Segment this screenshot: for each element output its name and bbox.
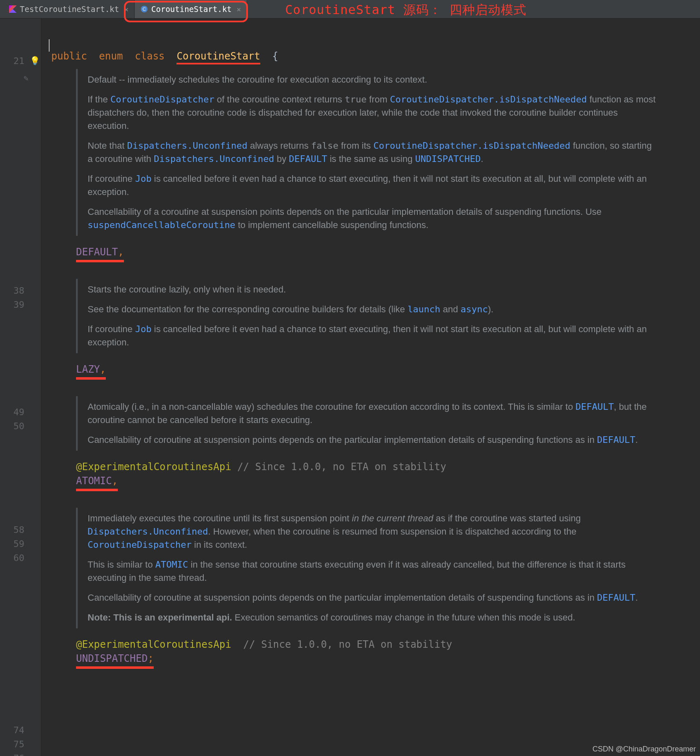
line-number: 39 bbox=[14, 300, 25, 310]
editor-tabbar: TestCoroutineStart.kt × C CoroutineStart… bbox=[0, 0, 700, 19]
enum-atomic: ATOMIC, bbox=[76, 474, 700, 491]
doc-undispatched: Immediately executes the coroutine until… bbox=[76, 508, 670, 628]
line-number: 76 bbox=[14, 753, 25, 756]
intention-bulb-icon[interactable]: 💡 bbox=[30, 56, 40, 66]
ide-window: TestCoroutineStart.kt × C CoroutineStart… bbox=[0, 0, 700, 756]
line-number: 21 bbox=[14, 56, 25, 66]
tab-label: CoroutineStart.kt bbox=[151, 5, 231, 14]
gutter[interactable]: 21 ⊟ 💡 ✎ 38 39 49 50 58 59 60 74 75 76 bbox=[0, 19, 41, 756]
line-number: 49 bbox=[14, 407, 25, 417]
watermark: CSDN @ChinaDragonDreamer bbox=[593, 745, 696, 754]
kotlin-file-icon bbox=[9, 5, 17, 13]
close-icon[interactable]: × bbox=[237, 5, 241, 14]
annotation-line-2: @ExperimentalCoroutinesApi // Since 1.0.… bbox=[76, 637, 700, 651]
svg-text:C: C bbox=[143, 7, 146, 12]
enum-decl-line: public enum class CoroutineStart { bbox=[51, 49, 700, 63]
class-name: CoroutineStart bbox=[176, 50, 260, 64]
tab-coroutine-start[interactable]: C CoroutineStart.kt × bbox=[135, 0, 247, 18]
doc-atomic: Atomically (i.e., in a non-cancellable w… bbox=[76, 396, 670, 451]
tab-label: TestCoroutineStart.kt bbox=[20, 5, 119, 14]
annotation-title: CoroutineStart 源码： 四种启动模式 bbox=[285, 2, 526, 19]
line-number: 60 bbox=[14, 553, 25, 563]
line-number: 50 bbox=[14, 421, 25, 431]
line-number: 75 bbox=[14, 739, 25, 749]
enum-undispatched: UNDISPATCHED; bbox=[76, 651, 700, 669]
editor-area: 21 ⊟ 💡 ✎ 38 39 49 50 58 59 60 74 75 76 p… bbox=[0, 19, 700, 756]
edit-icon[interactable]: ✎ bbox=[24, 73, 29, 83]
doc-default: Default -- immediately schedules the cor… bbox=[76, 69, 670, 236]
line-number: 38 bbox=[14, 285, 25, 296]
line-number: 58 bbox=[14, 525, 25, 535]
enum-lazy: LAZY, bbox=[76, 362, 700, 380]
line-number: 74 bbox=[14, 725, 25, 735]
annotation-line: @ExperimentalCoroutinesApi // Since 1.0.… bbox=[76, 460, 700, 474]
kotlin-class-icon: C bbox=[140, 5, 148, 13]
tab-test-coroutine-start[interactable]: TestCoroutineStart.kt × bbox=[3, 0, 135, 18]
line-number: 59 bbox=[14, 539, 25, 549]
code-pane[interactable]: public enum class CoroutineStart { Defau… bbox=[41, 19, 700, 756]
close-icon[interactable]: × bbox=[124, 5, 129, 14]
enum-default: DEFAULT, bbox=[76, 245, 700, 262]
doc-lazy: Starts the coroutine lazily, only when i… bbox=[76, 279, 670, 353]
